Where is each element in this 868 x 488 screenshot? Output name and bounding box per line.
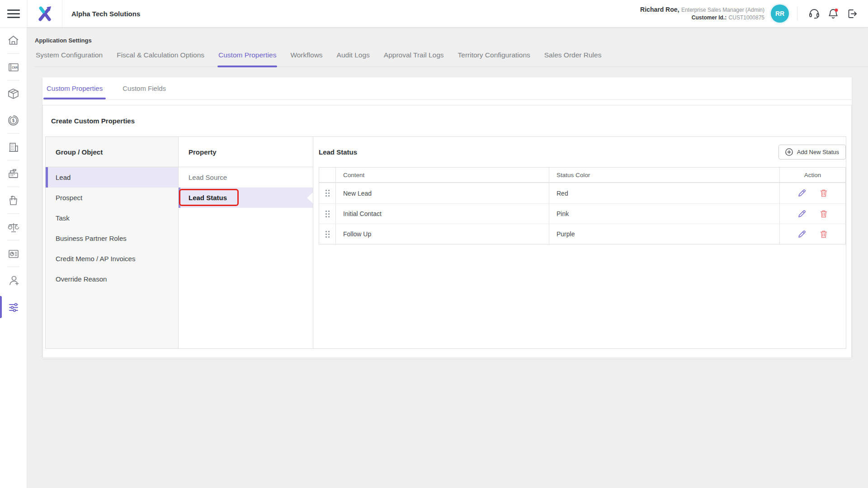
property-item-label: Lead Status [189, 194, 227, 202]
status-color-column-header: Status Color [549, 168, 780, 182]
row-status-color: Purple [549, 224, 780, 244]
notifications-bell-icon[interactable] [824, 4, 843, 23]
card-heading: Create Custom Properties [43, 105, 851, 136]
property-header: Property [179, 137, 313, 167]
package-box-icon [7, 88, 19, 100]
svg-text:$: $ [12, 118, 15, 123]
drag-dots-icon [326, 190, 330, 197]
drag-column-header [319, 168, 336, 182]
user-plus-icon [7, 274, 20, 287]
edit-pencil-icon[interactable] [797, 229, 807, 239]
group-item-lead[interactable]: Lead [46, 167, 178, 188]
user-info: Richard Roe, Enterprise Sales Manager (A… [640, 6, 764, 21]
settings-tab-bar: System Configuration Fiscal & Calculatio… [35, 49, 868, 67]
avatar[interactable]: RR [771, 5, 789, 23]
delete-trash-icon[interactable] [819, 188, 829, 198]
svg-text:CRM: CRM [12, 66, 18, 70]
cash-register-icon [7, 168, 19, 180]
tab-territory-configurations[interactable]: Territory Configurations [457, 49, 531, 66]
sidebar-item-accounting[interactable]: D C [0, 214, 27, 240]
group-item-task[interactable]: Task [46, 208, 178, 228]
group-item-override-reason[interactable]: Override Reason [46, 269, 178, 289]
sidebar-item-purchases[interactable] [0, 187, 27, 214]
row-actions [780, 183, 845, 203]
app-logo[interactable] [27, 0, 62, 27]
content-column-header: Content [336, 168, 549, 182]
sidebar-item-settings[interactable] [0, 294, 27, 320]
table-row: Initial Contact Pink [319, 203, 845, 224]
sub-tab-bar: Custom Properties Custom Fields [42, 77, 852, 100]
balance-scale-icon: D C [7, 221, 20, 234]
row-content: Follow Up [336, 224, 549, 244]
row-content: New Lead [336, 183, 549, 203]
tab-audit-logs[interactable]: Audit Logs [336, 49, 371, 66]
edit-pencil-icon[interactable] [797, 188, 807, 198]
drag-dots-icon [326, 231, 330, 238]
group-item-prospect[interactable]: Prospect [46, 188, 178, 208]
selected-property-notch [307, 192, 313, 203]
property-builder: Group / Object Lead Prospect Task Busine… [45, 136, 846, 349]
home-icon [7, 34, 19, 47]
custom-properties-panel: Custom Properties Custom Fields Create C… [42, 77, 852, 358]
settings-sliders-icon [7, 301, 20, 314]
property-item-lead-status[interactable]: Lead Status [179, 188, 313, 208]
user-role: Enterprise Sales Manager (Admin) [681, 7, 764, 13]
drag-handle[interactable] [319, 183, 336, 203]
group-item-credit-memo-ap-invoices[interactable]: Credit Memo / AP Invoices [46, 249, 178, 269]
sidebar-item-pricing[interactable]: $ [0, 107, 27, 134]
delete-trash-icon[interactable] [819, 229, 829, 239]
sidebar-item-company[interactable] [0, 134, 27, 160]
add-new-status-button[interactable]: Add New Status [778, 145, 846, 160]
subtab-custom-properties[interactable]: Custom Properties [45, 78, 104, 99]
header-divider [797, 7, 797, 20]
row-actions [780, 204, 845, 224]
tab-approval-trail-logs[interactable]: Approval Trail Logs [383, 49, 445, 66]
customer-id-label: Customer Id.: [692, 14, 726, 21]
tab-custom-properties[interactable]: Custom Properties [217, 49, 277, 66]
shopping-bag-icon [7, 194, 19, 206]
sidebar-item-package[interactable] [0, 80, 27, 107]
dollar-coin-icon: $ [7, 114, 19, 127]
top-header: Alpha Tech Solutions Richard Roe, Enterp… [0, 0, 868, 27]
support-headset-icon[interactable] [805, 4, 824, 23]
sidebar-item-crm[interactable]: CRM [0, 54, 27, 80]
detail-title: Lead Status [319, 148, 357, 156]
svg-text:C: C [16, 224, 18, 228]
group-item-business-partner-roles[interactable]: Business Partner Roles [46, 228, 178, 249]
sidebar-item-add-user[interactable] [0, 267, 27, 294]
delete-trash-icon[interactable] [819, 209, 829, 219]
logout-icon[interactable] [843, 4, 862, 23]
group-object-column: Group / Object Lead Prospect Task Busine… [46, 137, 179, 348]
table-row: Follow Up Purple [319, 224, 845, 244]
tab-fiscal-calculation-options[interactable]: Fiscal & Calculation Options [116, 49, 205, 66]
subtab-custom-fields[interactable]: Custom Fields [121, 78, 167, 99]
hamburger-menu-icon[interactable] [0, 0, 27, 27]
tab-workflows[interactable]: Workflows [289, 49, 323, 66]
sidebar-item-reports[interactable] [0, 240, 27, 267]
tab-system-configuration[interactable]: System Configuration [35, 49, 104, 66]
property-item-lead-source[interactable]: Lead Source [179, 167, 313, 188]
customer-id-value: CUST1000875 [729, 14, 764, 21]
svg-text:D: D [9, 224, 10, 228]
edit-pencil-icon[interactable] [797, 209, 807, 219]
tab-sales-order-rules[interactable]: Sales Order Rules [543, 49, 603, 66]
add-new-status-label: Add New Status [797, 149, 839, 155]
table-header-row: Content Status Color Action [319, 168, 845, 183]
row-status-color: Red [549, 183, 780, 203]
sidebar-nav: CRM $ D [0, 27, 27, 488]
drag-dots-icon [326, 211, 330, 217]
drag-handle[interactable] [319, 224, 336, 244]
app-title: Alpha Tech Solutions [71, 10, 140, 18]
sidebar-item-billing[interactable] [0, 160, 27, 187]
create-custom-properties-card: Create Custom Properties Group / Object … [42, 105, 852, 358]
table-row: New Lead Red [319, 183, 845, 203]
building-icon [7, 141, 19, 153]
group-object-header: Group / Object [46, 137, 178, 167]
row-status-color: Pink [549, 204, 780, 224]
sidebar-item-home[interactable] [0, 27, 27, 54]
plus-circle-icon [785, 148, 793, 156]
main-content: Application Settings System Configuratio… [27, 27, 868, 488]
drag-handle[interactable] [319, 204, 336, 224]
user-name: Richard Roe, [640, 6, 679, 13]
crm-icon: CRM [7, 61, 20, 74]
